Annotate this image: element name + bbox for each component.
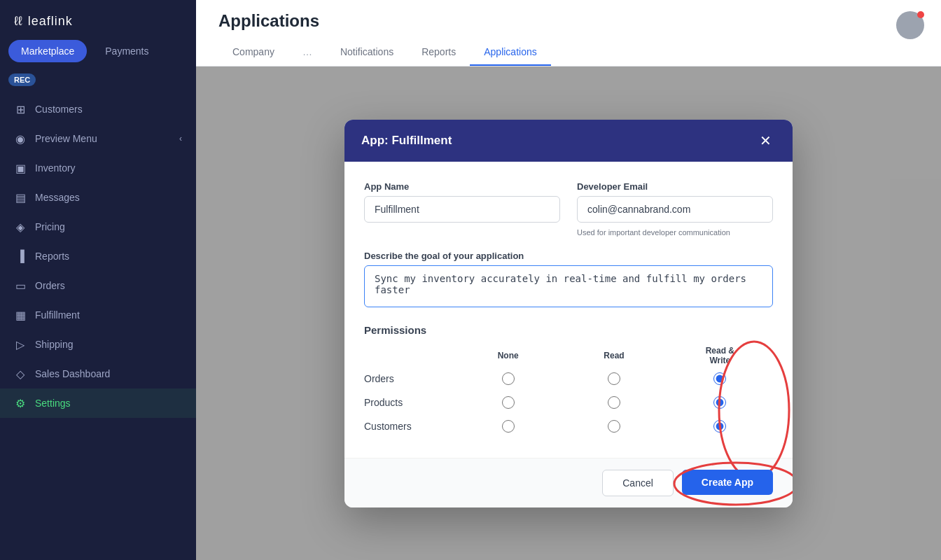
- form-row-top: App Name Developer Email Used for import…: [364, 181, 773, 237]
- app-name-group: App Name: [364, 181, 560, 237]
- radio-orders-readwrite-input[interactable]: [713, 372, 726, 385]
- radio-customers-read[interactable]: [561, 420, 667, 433]
- page-title-row: Applications: [218, 11, 919, 39]
- tab-dots[interactable]: …: [288, 39, 326, 66]
- logo-icon: ℓℓ: [14, 14, 22, 29]
- perm-label-products: Products: [364, 397, 455, 408]
- main-body: App: Fulfillment ✕ App Name Developer Em…: [196, 66, 941, 560]
- file-icon: ▭: [14, 279, 27, 292]
- tab-applications[interactable]: Applications: [470, 39, 551, 66]
- payments-button[interactable]: Payments: [92, 40, 161, 62]
- main-header: Applications Company … Notifications Rep…: [196, 0, 941, 66]
- sidebar-item-preview-menu[interactable]: ◉ Preview Menu ‹: [0, 124, 196, 153]
- sidebar-item-inventory[interactable]: ▣ Inventory: [0, 153, 196, 183]
- radio-products-read-input[interactable]: [608, 396, 620, 409]
- sidebar-item-orders[interactable]: ▭ Orders: [0, 271, 196, 300]
- col-read: Read: [561, 351, 667, 360]
- radio-products-none-input[interactable]: [502, 396, 515, 409]
- message-icon: ▤: [14, 191, 27, 204]
- radio-orders-readwrite[interactable]: [667, 372, 773, 385]
- sidebar-badge: REC: [8, 74, 36, 86]
- permissions-row-products: Products: [364, 396, 773, 409]
- modal-overlay: App: Fulfillment ✕ App Name Developer Em…: [196, 66, 941, 560]
- sidebar-top-buttons: Marketplace Payments: [0, 40, 196, 74]
- sidebar-item-customers[interactable]: ⊞ Customers: [0, 94, 196, 124]
- col-read-write: Read &Write: [667, 346, 773, 365]
- grid-icon: ⊞: [14, 103, 27, 115]
- app-name-input[interactable]: [364, 196, 560, 223]
- tab-notifications[interactable]: Notifications: [326, 39, 407, 66]
- sidebar: ℓℓ leaflink Marketplace Payments REC ⊞ C…: [0, 0, 196, 560]
- marketplace-button[interactable]: Marketplace: [8, 40, 87, 62]
- permissions-row-orders: Orders: [364, 372, 773, 385]
- radio-products-none[interactable]: [455, 396, 561, 409]
- sidebar-item-reports[interactable]: ▐ Reports: [0, 241, 196, 271]
- package-icon: ▦: [14, 309, 27, 321]
- sidebar-logo: ℓℓ leaflink: [0, 0, 196, 40]
- radio-orders-read-input[interactable]: [608, 372, 620, 385]
- radio-customers-none-input[interactable]: [502, 420, 515, 433]
- radio-customers-none[interactable]: [455, 420, 561, 433]
- bar-chart-icon: ▐: [14, 250, 27, 262]
- box-icon: ▣: [14, 162, 27, 174]
- modal-title: App: Fulfillment: [361, 134, 452, 148]
- radio-products-readwrite-input[interactable]: [713, 396, 726, 409]
- modal-header: App: Fulfillment ✕: [344, 120, 793, 162]
- create-app-button[interactable]: Create App: [682, 470, 773, 495]
- radio-orders-none[interactable]: [455, 372, 561, 385]
- permissions-table: None Read Read &Write Orders: [364, 346, 773, 433]
- goal-group: Describe the goal of your application Sy…: [364, 251, 773, 310]
- tabs-row: Company … Notifications Reports Applicat…: [218, 39, 919, 66]
- truck-icon: ▷: [14, 338, 27, 351]
- radio-customers-readwrite-input[interactable]: [713, 420, 726, 433]
- notification-dot: [917, 11, 924, 18]
- radio-products-read[interactable]: [561, 396, 667, 409]
- goal-label: Describe the goal of your application: [364, 251, 773, 261]
- modal-body: App Name Developer Email Used for import…: [344, 162, 793, 458]
- radio-orders-read[interactable]: [561, 372, 667, 385]
- chevron-left-icon: ‹: [179, 134, 182, 144]
- tab-reports[interactable]: Reports: [407, 39, 470, 66]
- sidebar-item-shipping[interactable]: ▷ Shipping: [0, 330, 196, 359]
- developer-email-group: Developer Email Used for important devel…: [577, 181, 773, 237]
- tag-icon: ◈: [14, 220, 27, 233]
- sidebar-item-settings[interactable]: ⚙ Settings: [0, 388, 196, 418]
- modal-footer: Cancel Create App: [344, 458, 793, 507]
- page-title: Applications: [218, 11, 319, 31]
- cancel-button[interactable]: Cancel: [602, 470, 674, 496]
- sidebar-item-sales-dashboard[interactable]: ◇ Sales Dashboard: [0, 359, 196, 388]
- lightbulb-icon: ◇: [14, 368, 27, 380]
- main-area: Applications Company … Notifications Rep…: [196, 0, 941, 560]
- col-none: None: [455, 351, 561, 360]
- developer-email-input[interactable]: [577, 196, 773, 223]
- permissions-row-customers: Customers: [364, 420, 773, 433]
- tab-company[interactable]: Company: [218, 39, 288, 66]
- app-name-label: App Name: [364, 181, 560, 192]
- sidebar-item-messages[interactable]: ▤ Messages: [0, 183, 196, 212]
- sidebar-item-fulfillment[interactable]: ▦ Fulfillment: [0, 300, 196, 330]
- avatar[interactable]: [896, 11, 924, 39]
- sidebar-item-pricing[interactable]: ◈ Pricing: [0, 212, 196, 241]
- modal-close-button[interactable]: ✕: [755, 132, 776, 149]
- eye-icon: ◉: [14, 132, 27, 145]
- radio-customers-readwrite[interactable]: [667, 420, 773, 433]
- goal-input[interactable]: Sync my inventory accurately in real-tim…: [364, 265, 773, 307]
- radio-orders-none-input[interactable]: [502, 372, 515, 385]
- developer-email-hint: Used for important developer communicati…: [577, 228, 773, 237]
- perm-label-customers: Customers: [364, 421, 455, 432]
- permissions-title: Permissions: [364, 324, 773, 336]
- permissions-section: Permissions None Read Read &Write: [364, 324, 773, 433]
- modal-dialog: App: Fulfillment ✕ App Name Developer Em…: [344, 120, 793, 507]
- developer-email-label: Developer Email: [577, 181, 773, 192]
- perm-label-orders: Orders: [364, 373, 455, 384]
- sidebar-nav: ⊞ Customers ◉ Preview Menu ‹ ▣ Inventory…: [0, 94, 196, 560]
- permissions-header: None Read Read &Write: [364, 346, 773, 365]
- radio-customers-read-input[interactable]: [608, 420, 620, 433]
- radio-products-readwrite[interactable]: [667, 396, 773, 409]
- logo-text: leaflink: [28, 14, 73, 29]
- gear-icon: ⚙: [14, 397, 27, 410]
